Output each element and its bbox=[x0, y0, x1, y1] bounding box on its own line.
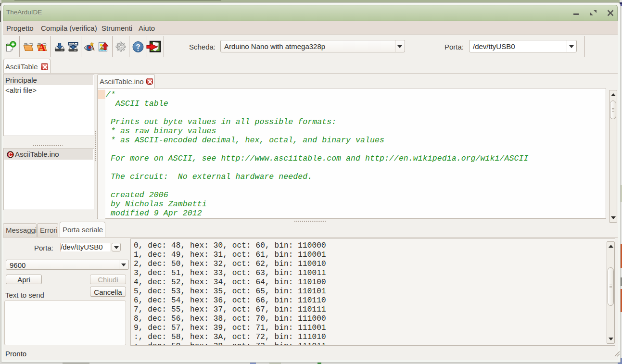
svg-text:C: C bbox=[8, 151, 13, 158]
svg-text:?: ? bbox=[136, 42, 140, 50]
svg-text:A: A bbox=[38, 41, 46, 52]
